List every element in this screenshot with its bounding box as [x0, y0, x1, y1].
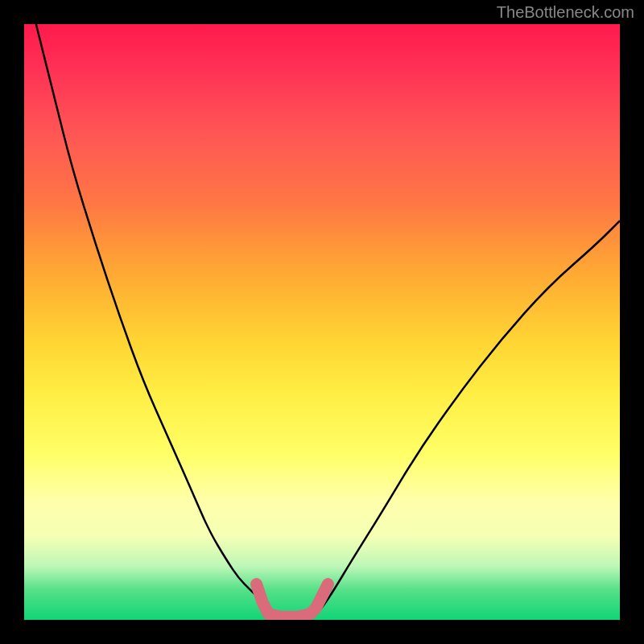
curve-group — [36, 24, 620, 617]
chart-svg — [24, 24, 620, 620]
watermark-text: TheBottleneck.com — [497, 3, 634, 22]
left-curve — [36, 24, 275, 614]
bottom-highlight — [257, 584, 328, 617]
right-curve — [316, 221, 620, 613]
